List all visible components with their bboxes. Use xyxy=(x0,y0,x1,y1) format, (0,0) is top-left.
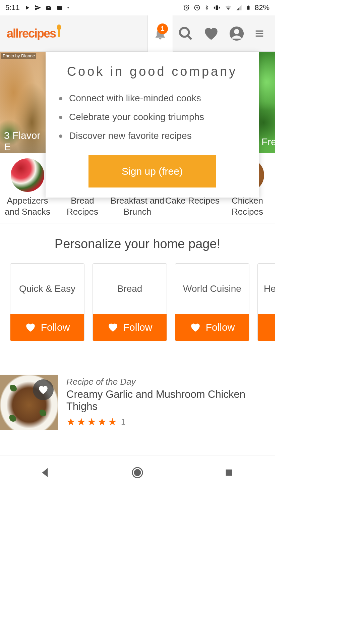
category-label: Chicken Recipes xyxy=(220,195,275,217)
follow-card-title: World Cuisine xyxy=(175,264,249,314)
status-time: 5:11 xyxy=(5,3,20,12)
data-saver-icon xyxy=(194,4,200,11)
svg-rect-4 xyxy=(248,6,249,6)
follow-card-title: Bread xyxy=(93,264,167,314)
svg-rect-5 xyxy=(247,7,249,10)
search-icon xyxy=(178,26,193,41)
svg-rect-2 xyxy=(216,5,218,10)
heart-icon xyxy=(190,322,201,333)
home-button[interactable] xyxy=(129,465,145,481)
follow-card-partial: Hea xyxy=(257,263,275,341)
photo-credit: Photo by Dianne xyxy=(1,53,36,59)
android-status-bar: 5:11 • 82% xyxy=(0,0,275,15)
back-icon xyxy=(41,467,51,478)
category-label: Appetizers and Snacks xyxy=(0,195,55,217)
star-icon: ★ xyxy=(98,416,107,428)
app-header: allrecipes 1 xyxy=(0,15,275,52)
follow-label: Follow xyxy=(206,322,235,333)
logo-text: allrecipes xyxy=(7,26,56,41)
svg-point-8 xyxy=(234,29,239,34)
heart-icon xyxy=(25,322,36,333)
star-icon: ★ xyxy=(108,416,117,428)
logo-spoon-icon xyxy=(56,24,62,39)
follow-label: Follow xyxy=(123,322,153,333)
category-thumb xyxy=(11,158,44,192)
dot-icon: • xyxy=(67,5,69,11)
wifi-icon xyxy=(225,5,232,11)
hero-card-left[interactable]: Photo by Dianne 3 Flavor E xyxy=(0,52,46,153)
signal-icon xyxy=(236,5,242,11)
follow-button[interactable] xyxy=(258,314,275,341)
popup-title: Cook in good company xyxy=(56,64,249,79)
recipe-rating: ★ ★ ★ ★ ★ 1 xyxy=(66,416,275,428)
hero-card-right[interactable]: Fre xyxy=(259,52,275,153)
star-icon: ★ xyxy=(77,416,86,428)
recipe-image xyxy=(0,375,58,430)
back-button[interactable] xyxy=(38,465,54,481)
notifications-button[interactable]: 1 xyxy=(147,15,173,52)
follow-card-world-cuisine: World Cuisine Follow xyxy=(175,263,249,341)
mail-icon xyxy=(45,5,52,11)
favorite-button[interactable] xyxy=(33,379,54,400)
recipe-title: Creamy Garlic and Mushroom Chicken Thigh… xyxy=(66,388,275,413)
personalize-title: Personalize your home page! xyxy=(0,237,275,251)
square-icon xyxy=(224,468,234,477)
popup-bullet: Connect with like-minded cooks xyxy=(59,89,245,108)
follow-button[interactable]: Follow xyxy=(10,314,84,341)
category-label: Bread Recipes xyxy=(55,195,110,217)
hamburger-icon xyxy=(253,29,266,39)
svg-point-6 xyxy=(180,28,189,37)
signup-button[interactable]: Sign up (free) xyxy=(88,155,216,187)
alarm-icon xyxy=(183,4,190,11)
rating-count: 1 xyxy=(121,417,125,427)
recipe-of-the-day[interactable]: Recipe of the Day Creamy Garlic and Mush… xyxy=(0,375,275,430)
android-nav-bar xyxy=(0,455,275,489)
menu-button[interactable] xyxy=(249,15,269,52)
follow-card-quick-easy: Quick & Easy Follow xyxy=(10,263,84,341)
send-icon xyxy=(35,4,41,11)
follow-card-title: Hea xyxy=(258,264,275,314)
follow-button[interactable]: Follow xyxy=(175,314,249,341)
recents-button[interactable] xyxy=(221,465,237,481)
follow-card-title: Quick & Easy xyxy=(10,264,84,314)
bluetooth-icon xyxy=(204,4,209,11)
hero-title-left: 3 Flavor E xyxy=(0,129,46,153)
follow-row[interactable]: Quick & Easy Follow Bread Follow World C… xyxy=(0,263,275,341)
svg-rect-11 xyxy=(226,469,232,476)
popup-bullet: Discover new favorite recipes xyxy=(59,126,245,145)
battery-icon xyxy=(246,4,251,11)
profile-button[interactable] xyxy=(224,15,249,52)
follow-card-bread: Bread Follow xyxy=(93,263,167,341)
favorites-button[interactable] xyxy=(198,15,224,52)
home-icon xyxy=(131,467,143,479)
heart-icon xyxy=(38,384,49,395)
star-icon: ★ xyxy=(87,416,96,428)
popup-bullet: Celebrate your cooking triumphs xyxy=(59,108,245,126)
category-label: Breakfast and Brunch xyxy=(110,195,165,217)
hero-title-right: Fre xyxy=(261,136,275,148)
battery-percent: 82% xyxy=(255,3,269,12)
search-button[interactable] xyxy=(173,15,198,52)
star-icon: ★ xyxy=(66,416,75,428)
heart-icon xyxy=(203,25,220,42)
profile-icon xyxy=(229,26,244,41)
folder-icon xyxy=(56,5,63,11)
follow-label: Follow xyxy=(41,322,70,333)
play-icon xyxy=(24,4,31,11)
vibrate-icon xyxy=(213,4,221,11)
notification-badge: 1 xyxy=(157,23,168,34)
follow-button[interactable]: Follow xyxy=(93,314,167,341)
recipe-section-label: Recipe of the Day xyxy=(66,377,275,387)
logo[interactable]: allrecipes xyxy=(7,26,62,41)
signup-popup: Cook in good company Connect with like-m… xyxy=(46,52,259,198)
heart-icon xyxy=(107,322,119,333)
svg-point-10 xyxy=(134,470,140,476)
